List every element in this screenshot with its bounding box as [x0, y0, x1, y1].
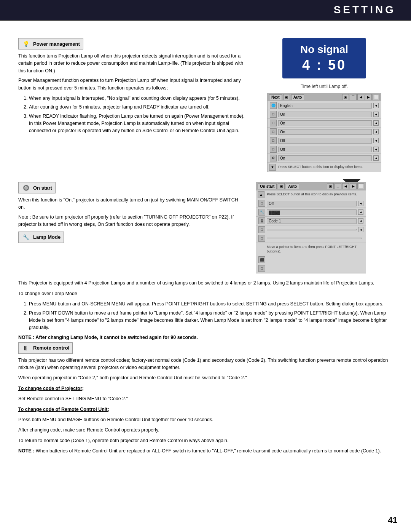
- panel2-code-row: 🎛 Code 1 ◄: [256, 217, 366, 225]
- toolbar2-icon6[interactable]: ⬜: [357, 183, 364, 189]
- remote-change-proj-title: To change code of Projector;: [18, 385, 393, 392]
- panel2-code-left[interactable]: ◄: [358, 218, 363, 224]
- panel2-toolbar: On start ▣ Auto ▣ ☰ ◀ ▶ ⬜: [256, 182, 366, 190]
- toolbar2-icons: ▣ ☰ ◀ ▶ ⬜: [327, 183, 364, 189]
- row0-label: On: [278, 112, 372, 117]
- row5-left[interactable]: ◄: [373, 155, 379, 161]
- setting-panel-2: On start ▣ Auto ▣ ☰ ◀ ▶ ⬜ ▲ Press SELECT…: [256, 182, 366, 273]
- power-management-title: Power management: [33, 41, 80, 47]
- remote-change-remote-title: To change code of Remote Control Unit;: [18, 406, 393, 413]
- power-icon: 💡: [22, 40, 30, 48]
- panel2-note1: Press SELECT button at this icon to disp…: [267, 192, 357, 197]
- panel2-up-row: ▲ Press SELECT button at this icon to di…: [256, 190, 366, 199]
- panel2-lamp-left[interactable]: ◄: [358, 209, 363, 215]
- time-left-label: Time left until Lamp off.: [301, 84, 348, 89]
- panel2-note2-row: Move a pointer to item and then press PO…: [256, 243, 366, 256]
- row4-label: Off: [278, 147, 372, 152]
- panel2-extra-label2: [267, 238, 362, 239]
- lamp-mode-body2: To change over Lamp Mode: [18, 290, 393, 297]
- panel-row-1: □ On ◄: [268, 119, 381, 128]
- language-row: 🌐 English ◄: [268, 101, 381, 110]
- remote-change-proj-body: Set Remote control in SETTING MENU to "C…: [18, 395, 393, 403]
- toolbar2-icon1[interactable]: ▣: [278, 183, 285, 189]
- lang-left-arrow[interactable]: ◄: [373, 103, 379, 108]
- row3-left[interactable]: ◄: [373, 138, 379, 143]
- panel2-off-label: Off: [267, 201, 357, 206]
- lamp-mode-body: This Projector is equipped with 4 Projec…: [18, 280, 393, 458]
- panel2-up-icon[interactable]: ▲: [258, 191, 264, 198]
- toolbar-icon-3[interactable]: ☰: [350, 94, 357, 100]
- toolbar2-label[interactable]: On start: [258, 184, 277, 189]
- panel2-off-left[interactable]: ◄: [358, 201, 363, 206]
- panel2-lamp-arrows: ◄: [358, 209, 363, 215]
- list-item: After counting down for 5 minutes, proje…: [29, 104, 245, 111]
- on-start-title: On start: [33, 185, 52, 191]
- panel2-extra-left1[interactable]: ◄: [358, 227, 363, 232]
- panel2-code-icon: 🎛: [258, 217, 265, 224]
- power-management-section: 💡 Power management This function turns P…: [18, 38, 245, 172]
- list-item: When any input signal is interrupted, "N…: [29, 95, 245, 102]
- on-start-icon: 🔘: [22, 184, 30, 192]
- panel2-off-icon: □: [258, 200, 265, 207]
- toolbar2-icon2[interactable]: ▣: [327, 183, 334, 189]
- panel2-off-arrows: ◄: [358, 201, 363, 206]
- toolbar2-icon3[interactable]: ☰: [335, 183, 341, 189]
- lamp-mode-body1: This Projector is equipped with 4 Projec…: [18, 280, 393, 287]
- panel2-code-label: Code 1: [267, 218, 357, 224]
- panel2-extra-row3: ⬛: [256, 256, 366, 264]
- panel-row-3: □ Off ◄: [268, 136, 381, 145]
- power-management-body1: This function turns Projection Lamp off …: [18, 53, 245, 92]
- panel1-note: Press SELECT button at this icon to disp…: [278, 165, 363, 169]
- lamp-mode-title: Lamp Mode: [33, 234, 61, 240]
- panel2-extra-row4: □: [256, 264, 366, 273]
- lamp-list-item-1: Press MENU button and ON-SCREEN MENU wil…: [29, 300, 393, 308]
- no-signal-time: 4 : 50: [293, 57, 355, 73]
- on-start-body: When this function is "On," projector is…: [18, 197, 245, 228]
- panel2-lamp-icon: 🔧: [258, 209, 265, 216]
- row1-left[interactable]: ◄: [373, 120, 379, 126]
- panel2-extra-row1: □ ◄: [256, 225, 366, 234]
- row4-arrows: ◄: [373, 147, 379, 152]
- panel2-extra-label1: [267, 229, 357, 230]
- row0-left[interactable]: ◄: [373, 112, 379, 117]
- middle-section: 🔘 On start When this function is "On," p…: [18, 182, 393, 273]
- top-section: 💡 Power management This function turns P…: [18, 38, 393, 172]
- remote-control-title: Remote control: [33, 345, 69, 351]
- toolbar2-icon4[interactable]: ◀: [342, 183, 349, 189]
- on-start-section: 🔘 On start When this function is "On," p…: [18, 182, 245, 273]
- power-management-list: When any input signal is interrupted, "N…: [18, 95, 245, 135]
- panel2-extra-row2: □: [256, 234, 366, 243]
- row1-arrows: ◄: [373, 120, 379, 126]
- remote-battery-text: When batteries of Remote Control Unit ar…: [36, 448, 381, 454]
- on-start-header: 🔘 On start: [18, 182, 56, 193]
- panel2-off-row: □ Off ◄: [256, 199, 366, 208]
- panel2-lamp-row: 🔧 ▓▓▓▓ ◄: [256, 208, 366, 217]
- main-content: 💡 Power management This function turns P…: [0, 27, 411, 481]
- toolbar-icon-1[interactable]: ▣: [283, 94, 290, 100]
- row1-icon: □: [270, 120, 277, 126]
- page-header: SETTING: [0, 0, 411, 20]
- row4-left[interactable]: ◄: [373, 147, 379, 152]
- right-panel-col: No signal 4 : 50 Time left until Lamp of…: [256, 38, 393, 172]
- lamp-mode-header: 🔧 Lamp Mode: [18, 232, 64, 243]
- toolbar-icon-6[interactable]: ⬜: [373, 94, 379, 100]
- toolbar-icon-2[interactable]: ▣: [342, 94, 349, 100]
- panel-note-icon[interactable]: ▼: [269, 164, 276, 171]
- toolbar-icon-4[interactable]: ◀: [357, 94, 364, 100]
- toolbar2-auto[interactable]: Auto: [286, 184, 299, 189]
- no-signal-display: No signal 4 : 50: [282, 38, 366, 78]
- remote-control-header: 🎛 Remote control: [18, 342, 73, 354]
- toolbar-next[interactable]: Next: [269, 94, 282, 100]
- row2-left[interactable]: ◄: [373, 129, 379, 134]
- no-signal-title: No signal: [293, 43, 355, 56]
- remote-battery-note: NOTE : When batteries of Remote Control …: [18, 447, 393, 455]
- row5-icon: ⚙: [270, 155, 277, 161]
- toolbar2-icon5[interactable]: ▶: [350, 183, 357, 189]
- toolbar-icon-5[interactable]: ▶: [365, 94, 372, 100]
- lamp-mode-note: NOTE : After changing Lamp Mode, it cann…: [18, 335, 393, 340]
- remote-change-remote-body: Press both MENU and IMAGE buttons on Rem…: [18, 416, 393, 423]
- remote-body2: When operating projector in "Code 2," bo…: [18, 374, 393, 382]
- lamp-list-item-2: Press POINT DOWN button to move a red fr…: [29, 310, 393, 332]
- lamp-mode-list: Press MENU button and ON-SCREEN MENU wil…: [18, 300, 393, 332]
- toolbar-auto[interactable]: Auto: [291, 94, 304, 100]
